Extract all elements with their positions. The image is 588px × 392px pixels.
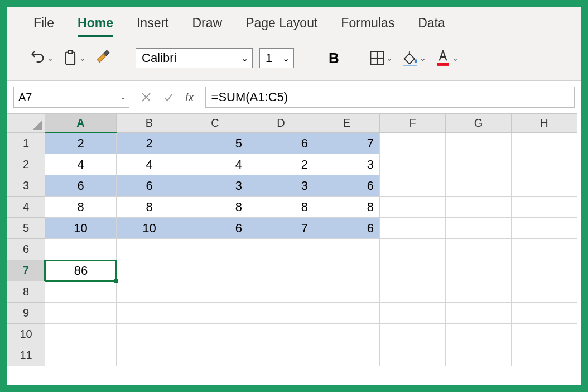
- cell-H9[interactable]: [512, 303, 577, 324]
- row-header-2[interactable]: 2: [7, 154, 45, 175]
- font-name-combo[interactable]: ⌄: [136, 48, 253, 68]
- cell-E5[interactable]: 6: [314, 218, 380, 239]
- cell-D8[interactable]: [248, 281, 314, 303]
- tab-insert[interactable]: Insert: [136, 12, 170, 36]
- cell-C4[interactable]: 8: [182, 197, 248, 218]
- cell-D7[interactable]: [248, 260, 314, 281]
- font-name-input[interactable]: [136, 49, 237, 68]
- paste-button[interactable]: ⌄: [61, 47, 87, 69]
- cell-E10[interactable]: [314, 324, 380, 345]
- row-header-10[interactable]: 10: [7, 324, 45, 345]
- row-header-5[interactable]: 5: [7, 218, 45, 239]
- cell-G4[interactable]: [446, 197, 512, 218]
- cell-B7[interactable]: [117, 260, 182, 281]
- cell-G9[interactable]: [446, 303, 512, 324]
- row-header-4[interactable]: 4: [7, 197, 45, 218]
- cell-G6[interactable]: [446, 239, 512, 260]
- cell-B3[interactable]: 6: [117, 175, 182, 197]
- cell-F9[interactable]: [380, 303, 446, 324]
- cancel-icon[interactable]: [141, 92, 152, 103]
- cell-A5[interactable]: 10: [45, 218, 117, 239]
- enter-icon[interactable]: [163, 92, 174, 103]
- font-size-input[interactable]: [260, 49, 278, 68]
- cell-F3[interactable]: [380, 175, 446, 197]
- cell-F11[interactable]: [380, 345, 446, 366]
- row-header-11[interactable]: 11: [7, 345, 45, 366]
- cell-F2[interactable]: [380, 154, 446, 175]
- cell-B8[interactable]: [117, 281, 182, 303]
- cell-F5[interactable]: [380, 218, 446, 239]
- font-size-dropdown[interactable]: ⌄: [278, 49, 293, 68]
- undo-button[interactable]: ⌄: [29, 48, 55, 68]
- cell-C3[interactable]: 3: [182, 175, 248, 197]
- column-header-G[interactable]: G: [446, 114, 512, 133]
- cell-E3[interactable]: 6: [314, 175, 380, 197]
- cell-G11[interactable]: [446, 345, 512, 366]
- cell-A8[interactable]: [45, 281, 117, 303]
- cell-D1[interactable]: 6: [248, 133, 314, 154]
- borders-button[interactable]: ⌄: [368, 48, 394, 68]
- row-header-9[interactable]: 9: [7, 303, 45, 324]
- font-color-button[interactable]: ⌄: [434, 47, 460, 69]
- cell-H4[interactable]: [512, 197, 577, 218]
- cell-C1[interactable]: 5: [182, 133, 248, 154]
- row-header-3[interactable]: 3: [7, 175, 45, 197]
- bold-button[interactable]: B: [323, 50, 345, 67]
- cell-E7[interactable]: [314, 260, 380, 281]
- fill-color-button[interactable]: ⌄: [401, 47, 427, 69]
- tab-page-layout[interactable]: Page Layout: [244, 12, 319, 36]
- cell-D4[interactable]: 8: [248, 197, 314, 218]
- cell-D9[interactable]: [248, 303, 314, 324]
- cell-H3[interactable]: [512, 175, 577, 197]
- cell-E4[interactable]: 8: [314, 197, 380, 218]
- column-header-H[interactable]: H: [512, 114, 577, 133]
- row-header-8[interactable]: 8: [7, 281, 45, 303]
- cell-H8[interactable]: [512, 281, 577, 303]
- cell-G3[interactable]: [446, 175, 512, 197]
- tab-home[interactable]: Home: [76, 12, 114, 36]
- cell-A4[interactable]: 8: [45, 197, 117, 218]
- cell-F1[interactable]: [380, 133, 446, 154]
- cell-E2[interactable]: 3: [314, 154, 380, 175]
- cell-C9[interactable]: [182, 303, 248, 324]
- select-all-corner[interactable]: [7, 114, 45, 133]
- column-header-C[interactable]: C: [182, 114, 248, 133]
- tab-file[interactable]: File: [32, 12, 55, 36]
- cell-H6[interactable]: [512, 239, 577, 260]
- tab-formulas[interactable]: Formulas: [340, 12, 396, 36]
- cell-A10[interactable]: [45, 324, 117, 345]
- cell-G8[interactable]: [446, 281, 512, 303]
- cell-A2[interactable]: 4: [45, 154, 117, 175]
- cell-A7[interactable]: 86: [45, 260, 117, 281]
- column-header-A[interactable]: A: [45, 114, 117, 133]
- font-size-combo[interactable]: ⌄: [259, 48, 294, 68]
- row-header-7[interactable]: 7: [7, 260, 45, 281]
- tab-draw[interactable]: Draw: [191, 12, 224, 36]
- cell-F10[interactable]: [380, 324, 446, 345]
- cell-C6[interactable]: [182, 239, 248, 260]
- name-box[interactable]: A7 ⌄: [13, 87, 129, 108]
- cell-C7[interactable]: [182, 260, 248, 281]
- cell-H5[interactable]: [512, 218, 577, 239]
- cell-G5[interactable]: [446, 218, 512, 239]
- cell-A11[interactable]: [45, 345, 117, 366]
- cell-B5[interactable]: 10: [117, 218, 182, 239]
- cell-D6[interactable]: [248, 239, 314, 260]
- cell-B9[interactable]: [117, 303, 182, 324]
- cell-C11[interactable]: [182, 345, 248, 366]
- cell-G2[interactable]: [446, 154, 512, 175]
- cell-H2[interactable]: [512, 154, 577, 175]
- row-header-6[interactable]: 6: [7, 239, 45, 260]
- cell-H1[interactable]: [512, 133, 577, 154]
- cell-B10[interactable]: [117, 324, 182, 345]
- cell-A1[interactable]: 2: [45, 133, 117, 154]
- insert-function-button[interactable]: fx: [185, 91, 194, 104]
- cell-E1[interactable]: 7: [314, 133, 380, 154]
- formula-input[interactable]: =SUM(A1:C5): [205, 87, 575, 108]
- cell-B1[interactable]: 2: [117, 133, 182, 154]
- cell-F4[interactable]: [380, 197, 446, 218]
- worksheet-grid[interactable]: ABCDEFGH 1225672444233663364888885101067…: [7, 110, 581, 385]
- tab-data[interactable]: Data: [417, 12, 446, 36]
- cell-D11[interactable]: [248, 345, 314, 366]
- cell-E11[interactable]: [314, 345, 380, 366]
